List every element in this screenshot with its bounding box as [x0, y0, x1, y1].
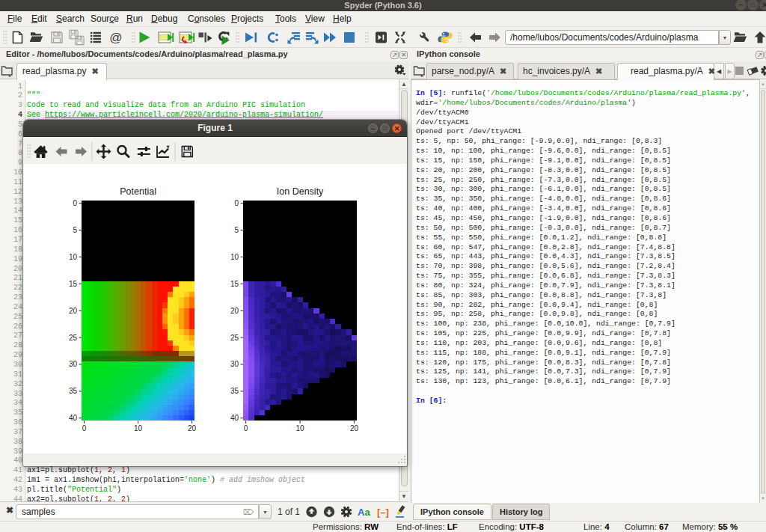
svg-text:[–]: [–] — [377, 507, 389, 518]
svg-text:25: 25 — [230, 334, 239, 342]
svg-text:30: 30 — [230, 360, 239, 368]
svg-text:25: 25 — [69, 334, 78, 342]
svg-text:10: 10 — [69, 253, 78, 261]
svg-text:30: 30 — [69, 360, 78, 368]
svg-text:20: 20 — [350, 424, 359, 432]
svg-text:Potential: Potential — [120, 186, 156, 197]
svg-text:35: 35 — [230, 387, 239, 395]
svg-text:0: 0 — [244, 424, 248, 432]
svg-text:0: 0 — [234, 199, 239, 207]
svg-text:20: 20 — [188, 424, 197, 432]
svg-text:0: 0 — [82, 424, 87, 432]
svg-text:Ion Density: Ion Density — [277, 186, 324, 197]
svg-text:15: 15 — [69, 280, 78, 288]
svg-text:20: 20 — [69, 307, 78, 315]
svg-text:0: 0 — [73, 199, 77, 207]
svg-text:Aa: Aa — [358, 507, 370, 518]
svg-text:10: 10 — [134, 424, 143, 432]
svg-text:40: 40 — [230, 414, 239, 422]
svg-text:10: 10 — [296, 424, 305, 432]
svg-text:5: 5 — [234, 226, 239, 234]
svg-text:5: 5 — [73, 226, 77, 234]
svg-text:35: 35 — [69, 387, 78, 395]
svg-text:10: 10 — [230, 253, 239, 261]
svg-text:40: 40 — [69, 414, 78, 422]
svg-text:@: @ — [109, 31, 122, 45]
svg-text:20: 20 — [230, 307, 239, 315]
svg-text:15: 15 — [230, 280, 239, 288]
